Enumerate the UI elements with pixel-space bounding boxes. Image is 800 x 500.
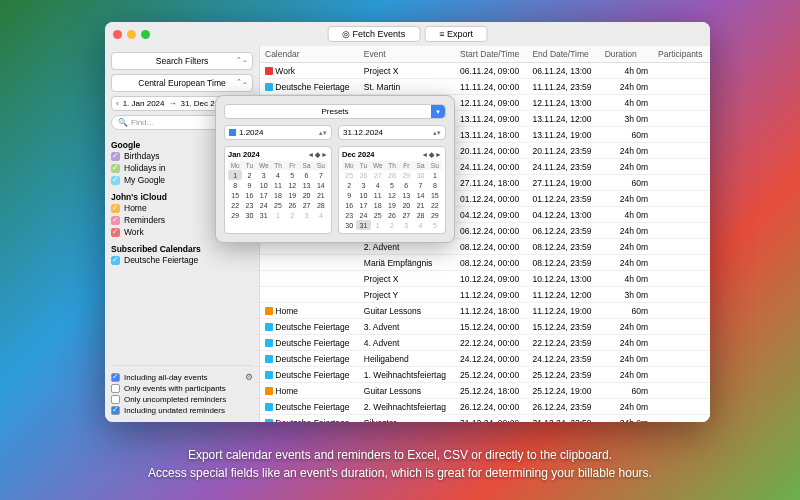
calendar-day[interactable]: 4 (371, 180, 385, 190)
column-header[interactable]: Start Date/Time (455, 46, 527, 63)
stepper-icon[interactable]: ▴▾ (319, 129, 327, 137)
calendar-day[interactable]: 27 (399, 210, 413, 220)
calendar-day[interactable]: 27 (299, 200, 313, 210)
column-header[interactable]: End Date/Time (527, 46, 599, 63)
next-month-icon[interactable]: ► (321, 151, 328, 159)
calendar-day[interactable]: 3 (299, 210, 313, 220)
calendar-day[interactable]: 21 (314, 190, 328, 200)
today-icon[interactable]: ◆ (315, 151, 320, 159)
calendar-day[interactable]: 31 (356, 220, 370, 230)
calendar-day[interactable]: 2 (342, 180, 356, 190)
to-date-input[interactable]: 31.12.2024▴▾ (338, 125, 446, 140)
close-icon[interactable] (113, 30, 122, 39)
calendar-day[interactable]: 28 (413, 210, 427, 220)
calendar-day[interactable]: 6 (299, 170, 313, 180)
table-row[interactable]: Deutsche FeiertageHeiligabend24.12.24, 0… (260, 351, 710, 367)
calendar-day[interactable]: 29 (399, 170, 413, 180)
table-row[interactable]: HomeGuitar Lessons25.12.24, 18:0025.12.2… (260, 383, 710, 399)
calendar-day[interactable]: 26 (285, 200, 299, 210)
minimize-icon[interactable] (127, 30, 136, 39)
checkbox-icon[interactable] (111, 176, 120, 185)
calendar-day[interactable]: 2 (285, 210, 299, 220)
table-row[interactable]: Deutsche Feiertage2. Weihnachtsfeiertag2… (260, 399, 710, 415)
calendar-day[interactable]: 8 (428, 180, 442, 190)
calendar-day[interactable]: 7 (314, 170, 328, 180)
calendar-day[interactable]: 9 (342, 190, 356, 200)
checkbox-icon[interactable] (111, 395, 120, 404)
calendar-day[interactable]: 29 (428, 210, 442, 220)
calendar-day[interactable]: 19 (385, 200, 399, 210)
calendar-day[interactable]: 28 (314, 200, 328, 210)
option-row[interactable]: Including undated reminders (111, 405, 253, 416)
calendar-day[interactable]: 7 (413, 180, 427, 190)
calendar-day[interactable]: 3 (257, 170, 271, 180)
calendar-day[interactable]: 26 (385, 210, 399, 220)
column-header[interactable]: Calendar (260, 46, 359, 63)
calendar-day[interactable]: 12 (385, 190, 399, 200)
calendar-day[interactable]: 30 (342, 220, 356, 230)
calendar-day[interactable]: 15 (228, 190, 242, 200)
next-month-icon[interactable]: ► (435, 151, 442, 159)
calendar-day[interactable]: 1 (371, 220, 385, 230)
checkbox-icon[interactable] (111, 152, 120, 161)
calendar-day[interactable]: 31 (257, 210, 271, 220)
calendar-day[interactable]: 5 (428, 220, 442, 230)
calendar-day[interactable]: 29 (228, 210, 242, 220)
column-header[interactable]: Duration (600, 46, 653, 63)
calendar-day[interactable]: 17 (257, 190, 271, 200)
calendar-day[interactable]: 6 (399, 180, 413, 190)
table-row[interactable]: WorkProject X06.11.24, 09:0006.11.24, 13… (260, 63, 710, 79)
calendar-day[interactable]: 20 (299, 190, 313, 200)
from-date-input[interactable]: 1.2024▴▾ (224, 125, 332, 140)
stepper-icon[interactable]: ▴▾ (433, 129, 441, 137)
gear-icon[interactable]: ⚙ (245, 372, 253, 382)
option-row[interactable]: Only uncompleted reminders (111, 394, 253, 405)
presets-select[interactable]: Presets (224, 104, 446, 119)
calendar-day[interactable]: 28 (385, 170, 399, 180)
table-row[interactable]: Deutsche Feiertage4. Advent22.12.24, 00:… (260, 335, 710, 351)
calendar-day[interactable]: 12 (285, 180, 299, 190)
column-header[interactable]: Participants (653, 46, 710, 63)
checkbox-icon[interactable] (111, 228, 120, 237)
checkbox-icon[interactable] (111, 384, 120, 393)
calendar-day[interactable]: 30 (242, 210, 256, 220)
export-button[interactable]: ≡ Export (424, 26, 488, 42)
search-filters-select[interactable]: Search Filters (111, 52, 253, 70)
calendar-day[interactable]: 16 (342, 200, 356, 210)
calendar-day[interactable]: 13 (299, 180, 313, 190)
option-row[interactable]: Including all-day events (111, 372, 253, 383)
calendar-day[interactable]: 2 (385, 220, 399, 230)
checkbox-icon[interactable] (111, 164, 120, 173)
calendar-day[interactable]: 25 (342, 170, 356, 180)
calendar-day[interactable]: 27 (371, 170, 385, 180)
calendar-day[interactable]: 11 (271, 180, 285, 190)
checkbox-icon[interactable] (111, 406, 120, 415)
prev-month-icon[interactable]: ◄ (307, 151, 314, 159)
calendar-day[interactable]: 18 (271, 190, 285, 200)
zoom-icon[interactable] (141, 30, 150, 39)
calendar-day[interactable]: 13 (399, 190, 413, 200)
prev-range-icon[interactable]: ‹ (116, 99, 119, 108)
calendar-day[interactable]: 25 (271, 200, 285, 210)
table-row[interactable]: Mariä Empfängnis08.12.24, 00:0008.12.24,… (260, 255, 710, 271)
calendar-day[interactable]: 23 (242, 200, 256, 210)
calendar-day[interactable]: 9 (242, 180, 256, 190)
calendar-day[interactable]: 3 (356, 180, 370, 190)
calendar-day[interactable]: 11 (371, 190, 385, 200)
checkbox-icon[interactable] (111, 216, 120, 225)
calendar-day[interactable]: 24 (356, 210, 370, 220)
table-row[interactable]: Deutsche Feiertage1. Weihnachtsfeiertag2… (260, 367, 710, 383)
calendar-day[interactable]: 5 (385, 180, 399, 190)
today-icon[interactable]: ◆ (429, 151, 434, 159)
calendar-day[interactable]: 3 (399, 220, 413, 230)
calendar-day[interactable]: 10 (356, 190, 370, 200)
calendar-day[interactable]: 4 (271, 170, 285, 180)
prev-month-icon[interactable]: ◄ (421, 151, 428, 159)
fetch-events-button[interactable]: ◎ Fetch Events (327, 26, 420, 42)
calendar-day[interactable]: 4 (413, 220, 427, 230)
calendar-day[interactable]: 25 (371, 210, 385, 220)
calendar-day[interactable]: 1 (228, 170, 242, 180)
calendar-day[interactable]: 23 (342, 210, 356, 220)
table-row[interactable]: Project X10.12.24, 09:0010.12.24, 13:004… (260, 271, 710, 287)
checkbox-icon[interactable] (111, 204, 120, 213)
